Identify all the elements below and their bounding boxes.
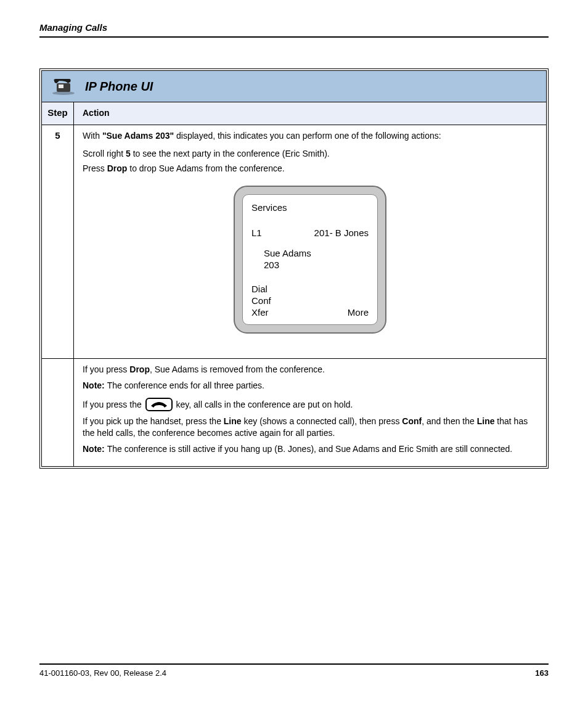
- note-label: Note:: [83, 444, 107, 454]
- svg-rect-2: [59, 84, 63, 88]
- bullet-text: Scroll right: [83, 149, 126, 158]
- phone-icon: [51, 77, 76, 96]
- footer-doc-id: 41-001160-03, Rev 00, Release 2.4: [39, 668, 166, 678]
- softkey-conf: Conf: [251, 295, 271, 307]
- note-label: Note:: [83, 380, 107, 390]
- lcd-softkey-row: Dial Conf Xfer More: [251, 284, 369, 318]
- text: If you press: [83, 364, 129, 374]
- footer-rule: [39, 663, 549, 665]
- page-footer: 41-001160-03, Rev 00, Release 2.4 163: [39, 663, 549, 678]
- table-title-bar: IP Phone UI: [42, 71, 546, 102]
- key-name: Line: [224, 416, 242, 426]
- text: key, all calls in the conference are put…: [176, 399, 353, 409]
- lcd-screen: Services L1 201- B Jones Sue Adams 203: [242, 194, 378, 325]
- text: key (shows a connected call), then press: [242, 416, 402, 426]
- softkey-xfer: Xfer: [251, 307, 271, 319]
- key-name: 5: [126, 149, 131, 158]
- text: If you pick up the handset, press the: [83, 416, 224, 426]
- table-title: IP Phone UI: [85, 80, 153, 94]
- lcd-bezel: Services L1 201- B Jones Sue Adams 203: [234, 186, 386, 334]
- bullet-text: to see the next party in the conference …: [131, 149, 330, 158]
- lcd-line-indicator: L1: [251, 228, 262, 239]
- table-header-row: Step Action: [42, 102, 546, 125]
- lcd-selected-contact: Sue Adams 203: [264, 248, 369, 271]
- text: , Sue Adams is removed from the conferen…: [150, 364, 325, 374]
- bullet-text: to drop Sue Adams from the conference.: [127, 163, 284, 173]
- header-rule: [39, 36, 549, 38]
- softkey-more: More: [348, 307, 369, 319]
- hangup-key-icon: [145, 398, 173, 411]
- bullet-text: Press: [83, 163, 107, 173]
- table-row: 5 With "Sue Adams 203" displayed, this i…: [42, 125, 546, 359]
- step-body: With "Sue Adams 203" displayed, this ind…: [74, 125, 546, 359]
- step-body: If you press Drop, Sue Adams is removed …: [74, 359, 546, 466]
- note-body: The conference is still active if you ha…: [107, 444, 513, 454]
- column-header-step: Step: [42, 102, 74, 125]
- party-name: "Sue Adams 203": [102, 131, 174, 141]
- note-body: The conference ends for all three partie…: [107, 380, 264, 390]
- text: displayed, this indicates you can perfor…: [174, 131, 441, 141]
- footer-page-number: 163: [535, 668, 549, 678]
- key-name: Conf: [402, 416, 422, 426]
- procedure-table: IP Phone UI Step Action 5 With "Sue Adam…: [39, 68, 549, 469]
- page-running-header: Managing Calls: [39, 22, 549, 33]
- key-name: Drop: [107, 163, 128, 173]
- text: With: [83, 131, 102, 141]
- column-header-action: Action: [74, 102, 546, 125]
- softkey-dial: Dial: [251, 284, 271, 295]
- text: If you press the: [83, 399, 144, 409]
- key-name: Drop: [129, 364, 150, 374]
- lcd-contact-name: Sue Adams: [264, 248, 369, 260]
- lcd-caller-id: 201- B Jones: [314, 228, 369, 239]
- step-number: 5: [42, 125, 74, 359]
- lcd-contact-ext: 203: [264, 260, 369, 271]
- table-row: If you press Drop, Sue Adams is removed …: [42, 359, 546, 466]
- key-name: Line: [477, 416, 495, 426]
- lcd-services-label: Services: [251, 202, 369, 214]
- phone-lcd-illustration: Services L1 201- B Jones Sue Adams 203: [83, 186, 537, 334]
- text: , and then the: [422, 416, 477, 426]
- step-number-empty: [42, 359, 74, 466]
